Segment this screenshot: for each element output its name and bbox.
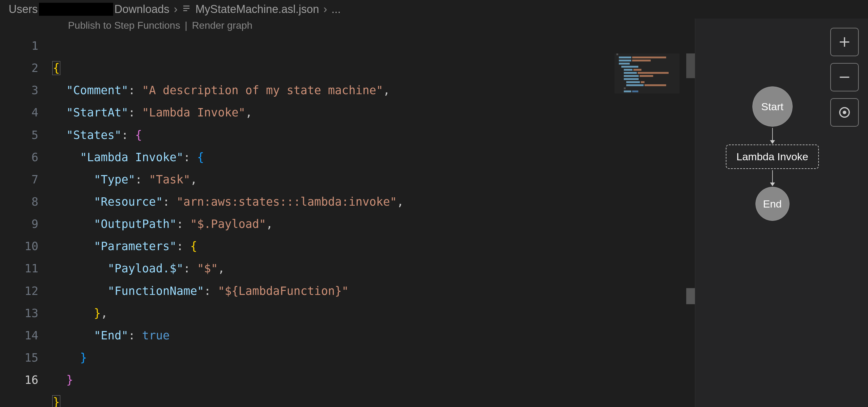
- line-number: 9: [0, 213, 38, 235]
- json-key: "OutputPath": [94, 217, 177, 231]
- breadcrumb-tail[interactable]: ...: [331, 3, 341, 16]
- brace-open: {: [190, 240, 197, 253]
- breadcrumb-segment[interactable]: Users: [9, 3, 38, 16]
- brace-close: }: [52, 395, 60, 407]
- graph-pane: Start Lambda Invoke End: [695, 19, 868, 407]
- chevron-right-icon: ›: [174, 3, 178, 16]
- json-key: "End": [94, 329, 128, 342]
- breadcrumb[interactable]: Users Downloads › MyStateMachine.asl.jso…: [0, 0, 868, 19]
- line-number: 13: [0, 302, 38, 325]
- scrollbar-thumb[interactable]: [686, 54, 695, 78]
- graph-toolbar: [830, 28, 859, 127]
- code-content[interactable]: { "Comment": "A description of my state …: [53, 35, 695, 407]
- brace-close: }: [66, 373, 73, 386]
- json-key: "FunctionName": [107, 284, 204, 298]
- graph-arrow-icon: [772, 170, 773, 185]
- graph-arrow-icon: [772, 128, 773, 143]
- scrollbar-position-marker: [686, 288, 695, 304]
- line-number: 16: [0, 369, 38, 391]
- main-area: Publish to Step Functions | Render graph…: [0, 19, 868, 407]
- line-number: 15: [0, 347, 38, 369]
- chevron-right-icon: ›: [323, 3, 327, 16]
- json-key: "Parameters": [94, 240, 177, 253]
- brace-close: }: [80, 351, 87, 364]
- line-number: 12: [0, 280, 38, 302]
- line-number: 5: [0, 124, 38, 146]
- line-number: 7: [0, 169, 38, 191]
- json-key: "StartAt": [66, 106, 128, 119]
- line-number: 1: [0, 35, 38, 57]
- code-editor[interactable]: 1 2 3 4 5 6 7 8 9 10 11 12 13 14 15 16 {…: [0, 35, 695, 407]
- line-number: 3: [0, 79, 38, 102]
- line-number: 11: [0, 258, 38, 280]
- zoom-out-button[interactable]: [830, 63, 859, 92]
- json-key: "Resource": [94, 195, 163, 208]
- render-graph-link[interactable]: Render graph: [192, 20, 252, 31]
- json-string: "$": [197, 262, 218, 275]
- json-string: "arn:aws:states:::lambda:invoke": [177, 195, 397, 208]
- json-string: "$.Payload": [190, 217, 266, 231]
- line-number: 2: [0, 57, 38, 79]
- center-button[interactable]: [830, 98, 859, 127]
- json-string: "Lambda Invoke": [142, 106, 245, 119]
- graph-node-label: End: [763, 198, 782, 210]
- editor-pane: Publish to Step Functions | Render graph…: [0, 19, 695, 407]
- graph-node-label: Start: [762, 101, 784, 113]
- state-machine-graph[interactable]: Start Lambda Invoke End: [726, 87, 819, 221]
- codelens-divider: |: [185, 20, 187, 31]
- graph-task-node[interactable]: Lambda Invoke: [726, 144, 819, 169]
- line-gutter: 1 2 3 4 5 6 7 8 9 10 11 12 13 14 15 16: [0, 35, 53, 407]
- json-key: "Type": [94, 173, 135, 186]
- publish-link[interactable]: Publish to Step Functions: [68, 20, 180, 31]
- zoom-in-button[interactable]: [830, 28, 859, 56]
- json-string: "A description of my state machine": [142, 84, 383, 97]
- graph-node-label: Lambda Invoke: [736, 151, 808, 162]
- svg-point-7: [843, 111, 846, 114]
- line-number: 14: [0, 325, 38, 347]
- file-icon: [182, 3, 191, 16]
- breadcrumb-redacted: [39, 3, 113, 16]
- brace-open: {: [197, 151, 204, 164]
- json-key: "Comment": [66, 84, 128, 97]
- graph-start-node[interactable]: Start: [752, 87, 793, 127]
- line-number: 4: [0, 102, 38, 124]
- plus-icon: [837, 35, 851, 49]
- json-key: "States": [66, 129, 122, 142]
- scrollbar[interactable]: [686, 35, 695, 407]
- json-string: "${LambdaFunction}": [218, 284, 349, 298]
- json-string: "Task": [149, 173, 190, 186]
- json-bool: true: [142, 329, 170, 342]
- target-icon: [837, 105, 851, 120]
- line-number: 6: [0, 146, 38, 169]
- line-number: 8: [0, 191, 38, 213]
- breadcrumb-filename[interactable]: MyStateMachine.asl.json: [195, 3, 319, 16]
- codelens: Publish to Step Functions | Render graph: [0, 19, 695, 35]
- breadcrumb-segment[interactable]: Downloads: [114, 3, 169, 16]
- minus-icon: [837, 70, 851, 84]
- graph-end-node[interactable]: End: [755, 187, 789, 221]
- brace-open: {: [52, 61, 60, 75]
- line-number: 10: [0, 235, 38, 258]
- brace-close: }: [94, 307, 101, 320]
- json-key: "Payload.$": [107, 262, 183, 275]
- brace-open: {: [135, 129, 142, 142]
- json-key: "Lambda Invoke": [80, 151, 183, 164]
